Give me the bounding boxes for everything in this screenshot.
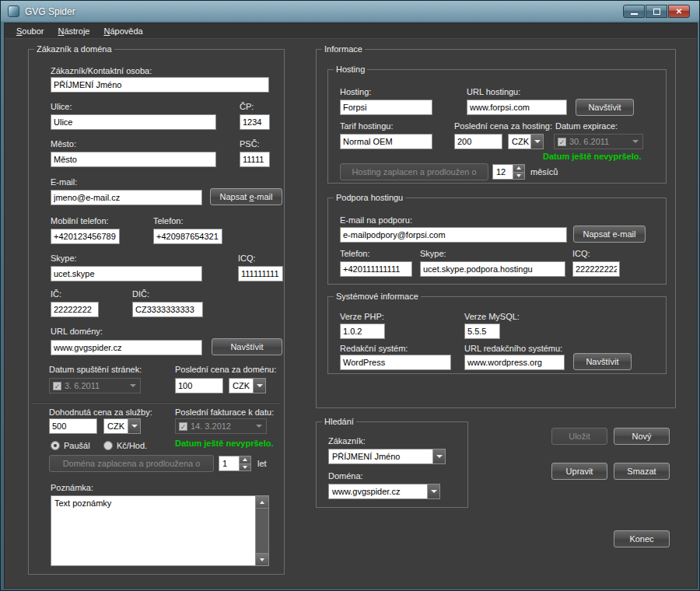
street-label: Ulice:: [51, 102, 72, 111]
note-textarea[interactable]: Text poznámky: [51, 495, 269, 566]
domain-url-input[interactable]: [51, 340, 202, 355]
support-email-label: E-mail na podporu:: [340, 215, 412, 225]
hosting-tariff-label: Tarif hostingu:: [340, 121, 393, 131]
php-input[interactable]: [340, 323, 385, 339]
site-launch-label: Datum spuštění stránek:: [49, 365, 142, 374]
domain-extend-stepper[interactable]: 1: [219, 456, 251, 471]
search-domain-combo[interactable]: www.gvgspider.cz: [328, 484, 440, 499]
hosting-expiry-status: Datum ještě nevypršelo.: [543, 152, 642, 161]
info-group-title: Informace: [322, 44, 365, 54]
hosting-name-input[interactable]: [340, 100, 432, 115]
radio-hourly[interactable]: [103, 441, 113, 450]
chevron-down-icon: [130, 384, 136, 387]
hosting-expiry-datepicker[interactable]: ✓ 30. 6.2011: [554, 134, 643, 149]
last-invoice-datepicker[interactable]: ✓ 14. 3.2012: [175, 418, 267, 434]
system-group-title: Systémové informace: [334, 292, 421, 301]
write-email-label-pre: Napsat: [220, 192, 250, 201]
dic-input[interactable]: [132, 302, 203, 317]
zip-input[interactable]: [240, 152, 270, 167]
note-scrollbar[interactable]: [255, 496, 268, 565]
title-bar[interactable]: GVG Spider ✕: [1, 1, 700, 23]
domain-extend-unit: let: [257, 459, 267, 468]
skype-input[interactable]: [51, 266, 202, 282]
save-button[interactable]: Uložit: [551, 428, 607, 445]
service-currency-combo[interactable]: CZK: [103, 418, 141, 434]
minimize-button[interactable]: [623, 5, 645, 18]
close-icon: ✕: [676, 8, 682, 16]
support-phone-input[interactable]: [340, 261, 412, 277]
phone-input[interactable]: [153, 229, 222, 244]
spin-up-icon[interactable]: [513, 165, 524, 172]
support-skype-input[interactable]: [420, 261, 565, 277]
menu-napoveda[interactable]: Nápověda: [96, 24, 149, 38]
domain-currency-combo[interactable]: CZK: [229, 378, 266, 393]
chevron-down-icon: [253, 379, 265, 393]
cms-input[interactable]: [340, 355, 451, 370]
hosting-extend-stepper[interactable]: 12: [492, 164, 525, 180]
write-email-button[interactable]: Napsat e-mail: [210, 188, 282, 205]
close-button[interactable]: ✕: [668, 5, 690, 18]
radio-flat-rate[interactable]: [51, 441, 60, 450]
cms-url-input[interactable]: [464, 355, 565, 370]
dic-label: DIČ:: [132, 289, 149, 299]
search-customer-label: Zákazník:: [328, 436, 366, 446]
house-no-label: ČP:: [240, 102, 254, 111]
icq-label: ICQ:: [238, 254, 256, 263]
street-input[interactable]: [51, 114, 216, 130]
php-label: Verze PHP:: [340, 312, 384, 321]
menu-nastroje[interactable]: Nástroje: [51, 24, 96, 38]
maximize-button[interactable]: [646, 5, 667, 18]
hosting-expiry-date: 30. 6.2011: [569, 137, 632, 146]
domain-price-input[interactable]: [175, 378, 223, 393]
checkbox-icon: ✓: [179, 422, 187, 431]
hosting-extend-unit: měsíců: [530, 167, 558, 177]
hosting-price-input[interactable]: [454, 134, 502, 149]
skype-label: Skype:: [51, 254, 77, 263]
site-launch-datepicker[interactable]: ✓ 3. 6.2011: [49, 378, 141, 393]
support-phone-label: Telefon:: [340, 249, 370, 258]
scroll-down-icon[interactable]: [256, 553, 268, 565]
contact-input[interactable]: [51, 77, 269, 93]
hosting-currency-value: CZK: [512, 137, 529, 146]
support-icq-input[interactable]: [572, 261, 620, 277]
support-email-input[interactable]: [340, 227, 567, 243]
hosting-url-input[interactable]: [467, 100, 567, 115]
email-input[interactable]: [51, 190, 202, 205]
visit-hosting-button[interactable]: Navštívit: [576, 99, 634, 116]
radio-hourly-label: Kč/Hod.: [117, 441, 147, 450]
visit-domain-button[interactable]: Navštívit: [212, 338, 282, 355]
mysql-input[interactable]: [464, 323, 500, 339]
new-button[interactable]: Nový: [614, 428, 670, 445]
delete-button[interactable]: Smazat: [614, 463, 670, 480]
search-domain-label: Doména:: [328, 471, 363, 481]
domain-expiry-status: Datum ještě nevypršelo.: [175, 439, 274, 448]
domain-extend-button[interactable]: Doména zaplacena a prodloužena o: [49, 455, 214, 472]
last-invoice-date: 14. 3.2012: [191, 421, 256, 431]
spin-up-icon[interactable]: [240, 456, 250, 463]
service-price-input[interactable]: [49, 418, 97, 434]
hosting-tariff-input[interactable]: [340, 134, 432, 149]
exit-button[interactable]: Konec: [614, 530, 670, 547]
hosting-extend-value: 12: [496, 167, 506, 177]
chevron-down-icon: [432, 449, 445, 463]
mobile-input[interactable]: [51, 229, 120, 244]
support-write-email-button[interactable]: Napsat e-mail: [573, 226, 646, 243]
search-customer-combo[interactable]: PŘÍJMENÍ Jméno: [328, 449, 446, 464]
app-window: GVG Spider ✕ Soubor Nástroje Nápověda Zá…: [0, 0, 700, 591]
edit-button[interactable]: Upravit: [551, 463, 607, 480]
site-launch-date: 3. 6.2011: [65, 381, 130, 390]
icq-input[interactable]: [238, 266, 283, 282]
support-skype-label: Skype:: [420, 249, 446, 258]
menu-soubor[interactable]: Soubor: [9, 24, 51, 38]
spin-down-icon[interactable]: [513, 172, 524, 180]
hosting-currency-combo[interactable]: CZK: [508, 134, 544, 149]
city-input[interactable]: [51, 152, 216, 167]
scroll-up-icon[interactable]: [256, 496, 268, 509]
ic-input[interactable]: [51, 302, 99, 317]
divider: [32, 402, 281, 404]
spin-down-icon[interactable]: [240, 463, 250, 471]
house-no-input[interactable]: [240, 114, 270, 130]
hosting-extend-button[interactable]: Hosting zaplacen a prodloužen o: [340, 163, 488, 180]
visit-cms-button[interactable]: Navštívit: [573, 353, 632, 370]
menu-napoveda-rest: ápověda: [110, 26, 142, 36]
